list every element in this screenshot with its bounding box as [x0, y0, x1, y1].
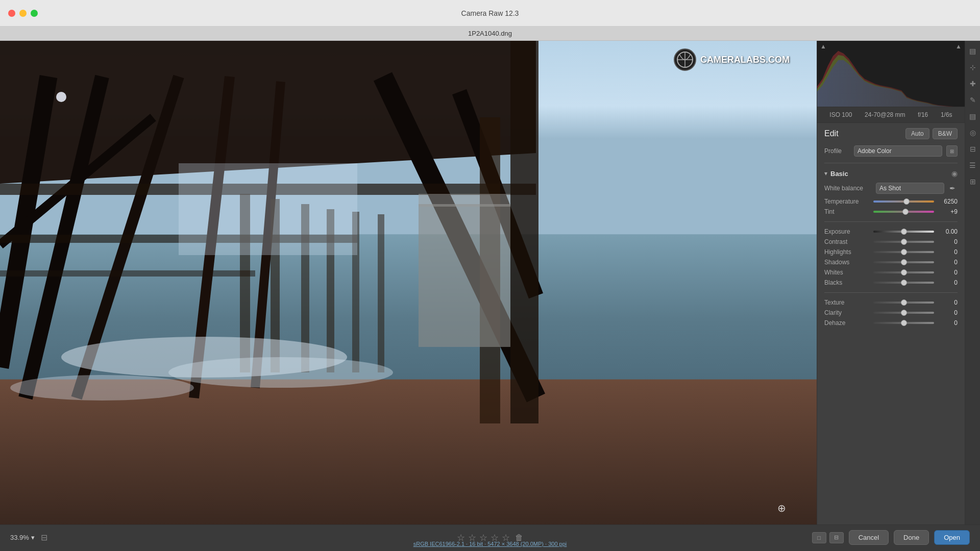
filename: 1P2A1040.dng	[468, 30, 512, 37]
split-view-button[interactable]: ⊟	[829, 532, 844, 543]
watermark-text: CAMERALABS.COM	[700, 55, 790, 65]
whites-thumb[interactable]	[901, 269, 907, 276]
dehaze-thumb[interactable]	[901, 320, 907, 326]
svg-point-25	[10, 375, 194, 400]
edit-title: Edit	[824, 129, 839, 138]
window-controls	[8, 10, 38, 17]
temperature-value: 6250	[937, 198, 958, 205]
svg-rect-28	[179, 163, 357, 255]
dehaze-value: 0	[937, 319, 958, 327]
contrast-thumb[interactable]	[901, 239, 907, 245]
cancel-button[interactable]: Cancel	[849, 530, 889, 545]
blacks-slider[interactable]	[873, 282, 934, 284]
temperature-label: Temperature	[824, 198, 870, 205]
shadows-row: Shadows 0	[824, 259, 958, 266]
separator-3	[824, 292, 958, 293]
highlights-value: 0	[937, 248, 958, 256]
radial-filter-icon[interactable]: ◎	[967, 127, 979, 139]
profile-label: Profile	[824, 147, 850, 155]
lens-value: 24-70@28 mm	[865, 111, 905, 118]
texture-row: Texture 0	[824, 299, 958, 306]
contrast-slider[interactable]	[873, 241, 934, 243]
texture-label: Texture	[824, 299, 870, 306]
zoom-level: 33.9% ▾	[10, 534, 35, 541]
tint-row: Tint +9	[824, 208, 958, 215]
single-view-button[interactable]: □	[812, 532, 826, 543]
zoom-indicator: ⊕	[777, 502, 786, 514]
whites-slider[interactable]	[873, 271, 934, 273]
whites-value: 0	[937, 269, 958, 276]
histogram-toggle-icon[interactable]: ▤	[967, 45, 979, 57]
whites-label: Whites	[824, 269, 870, 276]
exposure-slider[interactable]	[873, 231, 934, 233]
profile-select[interactable]: Adobe ColorAdobe LandscapeAdobe Portrait…	[854, 145, 942, 157]
contrast-row: Contrast 0	[824, 238, 958, 245]
dehaze-slider[interactable]	[873, 322, 934, 324]
tint-slider[interactable]	[873, 211, 934, 213]
zoom-value: 33.9%	[10, 534, 29, 541]
bw-button[interactable]: B&W	[933, 128, 958, 139]
basic-visibility-icon[interactable]: ◉	[951, 169, 958, 178]
svg-rect-2	[0, 380, 817, 524]
svg-point-24	[168, 357, 393, 388]
grid-view-icon[interactable]: ⊞	[967, 176, 979, 188]
blacks-thumb[interactable]	[901, 280, 907, 286]
filmstrip-icon[interactable]: ⊟	[41, 533, 47, 542]
shadows-thumb[interactable]	[901, 259, 907, 265]
zoom-dropdown-icon[interactable]: ▾	[31, 534, 35, 541]
shadows-slider[interactable]	[873, 261, 934, 263]
texture-thumb[interactable]	[901, 299, 907, 306]
snapshots-icon[interactable]: ⊟	[967, 143, 979, 155]
histogram-highlight-clip: ▲	[955, 43, 962, 50]
clarity-label: Clarity	[824, 309, 870, 316]
shutter-value: 1/6s	[941, 111, 952, 118]
exposure-row: Exposure 0.00	[824, 228, 958, 235]
temperature-row: Temperature 6250	[824, 198, 958, 205]
titlebar: Camera Raw 12.3	[0, 0, 980, 27]
contrast-label: Contrast	[824, 238, 870, 245]
close-button[interactable]	[8, 10, 15, 17]
basic-chevron-icon[interactable]: ▾	[824, 170, 827, 177]
done-button[interactable]: Done	[894, 530, 929, 545]
svg-rect-26	[419, 204, 510, 347]
svg-point-29	[56, 92, 66, 102]
texture-slider[interactable]	[873, 302, 934, 304]
auto-button[interactable]: Auto	[905, 128, 929, 139]
highlights-row: Highlights 0	[824, 248, 958, 256]
minimize-button[interactable]	[19, 10, 27, 17]
adjustment-brush-icon[interactable]: ✎	[967, 94, 979, 106]
crop-icon[interactable]: ⊹	[967, 61, 979, 73]
white-balance-select[interactable]: As ShotAutoDaylightCloudyShadeTungstenFl…	[876, 183, 944, 194]
clarity-slider[interactable]	[873, 312, 934, 314]
basic-section-header: ▾ Basic ◉	[824, 169, 958, 178]
highlights-thumb[interactable]	[901, 249, 907, 255]
blacks-label: Blacks	[824, 279, 870, 286]
graduated-filter-icon[interactable]: ▤	[967, 110, 979, 122]
status-left: 33.9% ▾ ⊟	[10, 533, 47, 542]
view-buttons: □ ⊟	[812, 532, 844, 543]
iso-value: ISO 100	[829, 111, 852, 118]
clarity-thumb[interactable]	[901, 310, 907, 316]
tint-value: +9	[937, 208, 958, 215]
white-balance-eyedropper-icon[interactable]: ✒	[947, 183, 958, 193]
maximize-button[interactable]	[31, 10, 38, 17]
temperature-thumb[interactable]	[903, 198, 910, 205]
action-buttons: Cancel Done Open	[849, 530, 970, 545]
temperature-slider[interactable]	[873, 201, 934, 203]
image-area[interactable]: ⊕ CAMERALABS.COM	[0, 41, 817, 524]
texture-value: 0	[937, 299, 958, 306]
presets-icon[interactable]: ☰	[967, 159, 979, 171]
profile-row: Profile Adobe ColorAdobe LandscapeAdobe …	[824, 145, 958, 157]
healing-icon[interactable]: ✚	[967, 78, 979, 90]
exposure-thumb[interactable]	[901, 229, 907, 235]
app-title: Camera Raw 12.3	[461, 9, 519, 17]
profile-grid-button[interactable]: ⊞	[946, 145, 958, 157]
open-button[interactable]: Open	[934, 530, 970, 545]
tint-thumb[interactable]	[902, 209, 909, 215]
highlights-slider[interactable]	[873, 251, 934, 253]
histogram-chart	[817, 41, 965, 107]
file-info[interactable]: sRGB IEC61966-2.1 · 16 bit · 5472 × 3648…	[413, 541, 567, 547]
svg-rect-14	[0, 270, 255, 277]
camera-info: ISO 100 24-70@28 mm f/16 1/6s	[817, 107, 965, 123]
edit-section: Edit Auto B&W Profile Adobe ColorAdobe L…	[817, 123, 965, 524]
